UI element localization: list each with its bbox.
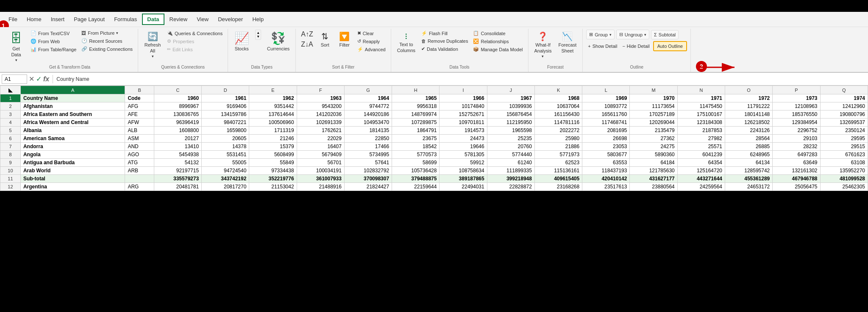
- cell-7-12[interactable]: 24275: [630, 143, 677, 151]
- row-num-4[interactable]: 4: [0, 119, 21, 127]
- cell-9-11[interactable]: 63553: [582, 159, 630, 167]
- cell-8-12[interactable]: 5890360: [630, 151, 677, 159]
- cell-12-15[interactable]: 25056475: [773, 183, 820, 191]
- cell-8-3[interactable]: 5531451: [202, 151, 249, 159]
- sort-az-button[interactable]: A↑Z: [299, 30, 314, 39]
- cell-3-11[interactable]: 165611760: [582, 110, 630, 119]
- cell-8-2[interactable]: 5454938: [154, 151, 201, 159]
- cell-7-7[interactable]: 18542: [392, 143, 440, 151]
- row-num-2[interactable]: 2: [0, 102, 21, 110]
- cell-J1[interactable]: 1967: [487, 94, 534, 102]
- cell-K1[interactable]: 1968: [534, 94, 582, 102]
- cell-9-7[interactable]: 58699: [392, 159, 440, 167]
- cell-5-4[interactable]: 1711319: [249, 127, 297, 135]
- col-header-D[interactable]: D: [202, 86, 249, 94]
- cell-5-6[interactable]: 1814135: [344, 127, 392, 135]
- menu-view[interactable]: View: [192, 14, 213, 24]
- cell-4-7[interactable]: 107289875: [392, 119, 440, 127]
- cell-2-5[interactable]: 9543200: [297, 102, 344, 110]
- scroll-up[interactable]: ▲: [256, 31, 260, 35]
- row-num-8[interactable]: 8: [0, 151, 21, 159]
- cell-5-8[interactable]: 1914573: [440, 127, 487, 135]
- cell-11-7[interactable]: 379488875: [392, 175, 440, 183]
- row-num-5[interactable]: 5: [0, 127, 21, 135]
- row-num-10[interactable]: 10: [0, 167, 21, 175]
- forecast-sheet-button[interactable]: 📉 Forecast Sheet: [556, 30, 579, 55]
- cell-3-5[interactable]: 141202036: [297, 110, 344, 119]
- ungroup-button[interactable]: ⊟ Ungroup ▾: [616, 30, 649, 39]
- cell-7-9[interactable]: 20760: [487, 143, 534, 151]
- cell-12-7[interactable]: 22159644: [392, 183, 440, 191]
- cell-12-11[interactable]: 23517613: [582, 183, 630, 191]
- cell-4-3[interactable]: 98407221: [202, 119, 249, 127]
- cell-12-2[interactable]: 20481781: [154, 183, 201, 191]
- cell-7-11[interactable]: 23053: [582, 143, 630, 151]
- cell-C1[interactable]: 1960: [154, 94, 201, 102]
- queries-connections-button[interactable]: 🔌 Queries & Connections: [165, 30, 224, 37]
- cell-2-0[interactable]: Afghanistan: [20, 102, 125, 110]
- cell-F1[interactable]: 1963: [297, 94, 344, 102]
- cell-3-3[interactable]: 134159786: [202, 110, 249, 119]
- col-header-H[interactable]: H: [392, 86, 440, 94]
- from-web-button[interactable]: 🌐 From Web: [29, 38, 78, 45]
- manage-model-button[interactable]: 📦 Manage Data Model: [471, 46, 524, 53]
- cell-8-11[interactable]: 5803677: [582, 151, 630, 159]
- cell-2-14[interactable]: 11791222: [725, 102, 773, 110]
- cell-10-7[interactable]: 105736428: [392, 167, 440, 175]
- row-num-9[interactable]: 9: [0, 159, 21, 167]
- group-button[interactable]: ⊞ Group ▾: [586, 30, 615, 39]
- menu-developer[interactable]: Developer: [214, 14, 247, 24]
- fx-icon[interactable]: fx: [43, 75, 49, 83]
- cell-5-10[interactable]: 2022272: [534, 127, 582, 135]
- cell-7-16[interactable]: 29515: [820, 143, 868, 151]
- cell-3-15[interactable]: 185376550: [773, 110, 820, 119]
- cell-3-4[interactable]: 137614644: [249, 110, 297, 119]
- cell-I1[interactable]: 1966: [440, 94, 487, 102]
- cell-2-4[interactable]: 9351442: [249, 102, 297, 110]
- show-detail-button[interactable]: + Show Detail: [586, 43, 619, 50]
- cell-Q1[interactable]: 1974: [820, 94, 868, 102]
- cell-4-14[interactable]: 126218502: [725, 119, 773, 127]
- cell-7-1[interactable]: AND: [125, 143, 154, 151]
- cell-G1[interactable]: 1964: [344, 94, 392, 102]
- col-header-G[interactable]: G: [344, 86, 392, 94]
- cell-7-6[interactable]: 17466: [344, 143, 392, 151]
- from-text-csv-button[interactable]: 📄 From Text/CSV: [29, 30, 78, 37]
- cell-9-15[interactable]: 63649: [773, 159, 820, 167]
- row-num-3[interactable]: 3: [0, 110, 21, 119]
- cell-8-6[interactable]: 5734995: [344, 151, 392, 159]
- cell-10-0[interactable]: Arab World: [20, 167, 125, 175]
- cell-4-16[interactable]: 132699537: [820, 119, 868, 127]
- from-picture-button[interactable]: 🖼 From Picture ▾: [80, 30, 134, 36]
- cell-H1[interactable]: 1965: [392, 94, 440, 102]
- cell-6-2[interactable]: 20127: [154, 135, 201, 143]
- cell-5-16[interactable]: 2350124: [820, 127, 868, 135]
- confirm-icon[interactable]: ✓: [36, 75, 42, 83]
- col-header-K[interactable]: K: [534, 86, 582, 94]
- cell-11-10[interactable]: 409615405: [534, 175, 582, 183]
- col-header-O[interactable]: O: [725, 86, 773, 94]
- cell-8-5[interactable]: 5679409: [297, 151, 344, 159]
- existing-connections-button[interactable]: 🔗 Existing Connections: [80, 45, 134, 52]
- cell-9-3[interactable]: 55005: [202, 159, 249, 167]
- scroll-down[interactable]: ▼: [256, 35, 260, 39]
- cell-7-0[interactable]: Andorra: [20, 143, 125, 151]
- cell-10-15[interactable]: 132161302: [773, 167, 820, 175]
- col-header-L[interactable]: L: [582, 86, 630, 94]
- cell-3-7[interactable]: 148769974: [392, 110, 440, 119]
- cell-9-6[interactable]: 57641: [344, 159, 392, 167]
- corner-cell[interactable]: ◣: [0, 86, 21, 94]
- cell-6-7[interactable]: 23675: [392, 135, 440, 143]
- cell-11-5[interactable]: 361007933: [297, 175, 344, 183]
- relationships-button[interactable]: 🔀 Relationships: [471, 38, 524, 45]
- cell-5-3[interactable]: 1659800: [202, 127, 249, 135]
- cell-10-6[interactable]: 102832792: [344, 167, 392, 175]
- cell-10-16[interactable]: 135952270: [820, 167, 868, 175]
- row-num-11[interactable]: 11: [0, 175, 21, 183]
- cell-8-4[interactable]: 5608499: [249, 151, 297, 159]
- col-header-A[interactable]: A: [20, 86, 125, 94]
- col-header-N[interactable]: N: [677, 86, 725, 94]
- cell-6-12[interactable]: 27362: [630, 135, 677, 143]
- cell-5-2[interactable]: 1608800: [154, 127, 201, 135]
- cell-11-2[interactable]: 335579273: [154, 175, 201, 183]
